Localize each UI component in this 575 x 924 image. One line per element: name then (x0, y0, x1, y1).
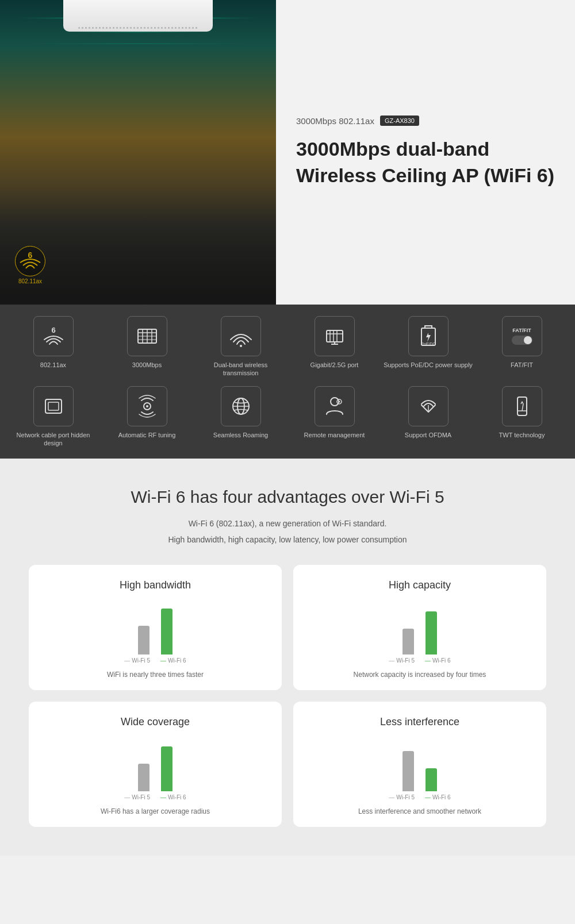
bar-wifi6-coverage (161, 746, 172, 791)
rf-icon (135, 394, 160, 419)
dualband-icon (228, 324, 254, 349)
label-wifi5-interference: —Wi-Fi 5 (389, 794, 415, 800)
product-code-line: 3000Mbps 802.11ax GZ-AX830 (296, 116, 555, 126)
hero-info: 3000Mbps 802.11ax GZ-AX830 3000Mbps dual… (276, 0, 575, 305)
twt-icon (509, 394, 535, 419)
bar-wifi5-capacity (402, 629, 414, 654)
feature-icon-box-speed (127, 316, 167, 356)
product-title: 3000Mbps dual-band Wireless Ceiling AP (… (296, 136, 555, 189)
feature-label-ofdma: Support OFDMA (405, 431, 451, 439)
advantage-title-capacity: High capacity (305, 579, 535, 591)
advantage-title-coverage: Wide coverage (40, 716, 270, 728)
feature-label-gigabit: Gigabit/2.5G port (310, 361, 359, 369)
feature-rf: Automatic RF tuning (102, 386, 191, 448)
advantage-card-interference: Less interference —Wi-Fi 5 —Wi-Fi 6 Less… (293, 702, 546, 827)
chart-labels-bandwidth: —Wi-Fi 5 —Wi-Fi 6 (40, 657, 270, 664)
feature-icon-box-hidden (33, 386, 74, 426)
bar-wifi6-interference (425, 768, 437, 791)
svg-point-28 (331, 398, 339, 406)
label-wifi5-bandwidth: —Wi-Fi 5 (124, 657, 150, 664)
remote-icon (322, 394, 347, 419)
advantage-card-bandwidth: High bandwidth —Wi-Fi 5 —Wi-Fi 6 WiFi is… (29, 565, 282, 690)
label-wifi5-coverage: —Wi-Fi 5 (124, 794, 150, 800)
feature-poe: PoE/DC Supports PoE/DC power supply (384, 316, 473, 378)
advantage-desc-interference: Less interference and smoother network (305, 807, 535, 815)
feature-icon-box-twt (502, 386, 542, 426)
wifi6-desc: Wi-Fi 6 (802.11ax), a new generation of … (29, 515, 546, 548)
wifi6-desc-line1: Wi-Fi 6 (802.11ax), a new generation of … (29, 515, 546, 532)
wifi6-section: Wi-Fi 6 has four advantages over Wi-Fi 5… (0, 459, 575, 856)
svg-point-30 (338, 401, 340, 402)
feature-remote: Remote management (290, 386, 379, 448)
feature-speed: 3000Mbps (102, 316, 191, 378)
bar-chart-coverage (40, 740, 270, 791)
feature-icon-box-roaming (221, 386, 261, 426)
feature-roaming: Seamless Roaming (196, 386, 285, 448)
label-wifi6-interference: —Wi-Fi 6 (425, 794, 451, 800)
model-badge: GZ-AX830 (380, 116, 419, 126)
feature-dualband: Dual-band wireless transmission (196, 316, 285, 378)
feature-label-speed: 3000Mbps (132, 361, 162, 369)
feature-icon-box-poe: PoE/DC (408, 316, 448, 356)
feature-label-wifi6ax: 802.11ax (40, 361, 66, 369)
svg-point-24 (146, 405, 148, 407)
poe-icon: PoE/DC (416, 324, 441, 349)
wifi6-badge-icon: 6 (14, 245, 46, 277)
speed-icon (135, 324, 160, 349)
roaming-icon (228, 394, 254, 419)
advantage-title-interference: Less interference (305, 716, 535, 728)
feature-ofdma: Support OFDMA (384, 386, 473, 448)
feature-label-hidden: Network cable port hidden design (9, 431, 98, 448)
feature-label-rf: Automatic RF tuning (118, 431, 176, 439)
product-speed: 3000Mbps 802.11ax (296, 116, 374, 126)
feature-icon-box-ofdma (408, 386, 448, 426)
bar-wifi5-bandwidth (138, 626, 150, 654)
svg-text:PoE/DC: PoE/DC (421, 342, 435, 346)
wifi-standard-label: 802.11ax (18, 278, 42, 284)
feature-icon-box-gigabit (315, 316, 355, 356)
feature-gigabit: Gigabit/2.5G port (290, 316, 379, 378)
feature-icon-box-remote (315, 386, 355, 426)
feature-hidden: Network cable port hidden design (9, 386, 98, 448)
feature-label-dualband: Dual-band wireless transmission (196, 361, 285, 378)
bar-chart-capacity (305, 603, 535, 654)
bar-wifi6-capacity (425, 611, 437, 654)
svg-rect-20 (45, 399, 62, 413)
advantages-grid: High bandwidth —Wi-Fi 5 —Wi-Fi 6 WiFi is… (29, 565, 546, 827)
feature-label-fatfit: FAT/FIT (511, 361, 533, 369)
advantage-desc-coverage: Wi-Fi6 has a larger coverage radius (40, 807, 270, 815)
svg-rect-11 (327, 330, 343, 342)
feature-fatfit: FAT/FIT FAT/FIT (477, 316, 566, 378)
feature-label-twt: TWT technology (499, 431, 545, 439)
label-wifi6-coverage: —Wi-Fi 6 (160, 794, 186, 800)
bar-chart-interference (305, 740, 535, 791)
svg-text:6: 6 (28, 251, 33, 260)
advantage-desc-capacity: Network capacity is increased by four ti… (305, 671, 535, 679)
chart-labels-capacity: —Wi-Fi 5 —Wi-Fi 6 (305, 657, 535, 664)
bar-wifi5-interference (402, 751, 414, 791)
svg-rect-21 (48, 402, 59, 410)
feature-wifi6ax: 6 802.11ax (9, 316, 98, 378)
bar-wifi6-bandwidth (161, 609, 172, 654)
hidden-port-icon (41, 394, 66, 419)
advantage-card-capacity: High capacity —Wi-Fi 5 —Wi-Fi 6 Network … (293, 565, 546, 690)
wifi6ax-icon: 6 (41, 324, 66, 349)
chart-labels-coverage: —Wi-Fi 5 —Wi-Fi 6 (40, 794, 270, 800)
feature-icon-box-dualband (221, 316, 261, 356)
hero-section: 6 802.11ax 3000Mbps 802.11ax GZ-AX830 30… (0, 0, 575, 305)
features-bar: 6 802.11ax 300 (0, 305, 575, 459)
wifi6-title: Wi-Fi 6 has four advantages over Wi-Fi 5 (29, 487, 546, 507)
label-wifi6-capacity: —Wi-Fi 6 (425, 657, 451, 664)
svg-text:6: 6 (51, 326, 55, 334)
label-wifi6-bandwidth: —Wi-Fi 6 (160, 657, 186, 664)
features-row1: 6 802.11ax 300 (9, 316, 566, 378)
label-wifi5-capacity: —Wi-Fi 5 (389, 657, 415, 664)
advantage-title-bandwidth: High bandwidth (40, 579, 270, 591)
gigabit-icon (322, 324, 347, 349)
features-row2: Network cable port hidden design Automat… (9, 386, 566, 448)
advantage-card-coverage: Wide coverage —Wi-Fi 5 —Wi-Fi 6 Wi-Fi6 h… (29, 702, 282, 827)
svg-rect-31 (518, 397, 527, 415)
feature-twt: TWT technology (477, 386, 566, 448)
bar-chart-bandwidth (40, 603, 270, 654)
hero-image: 6 802.11ax (0, 0, 276, 305)
